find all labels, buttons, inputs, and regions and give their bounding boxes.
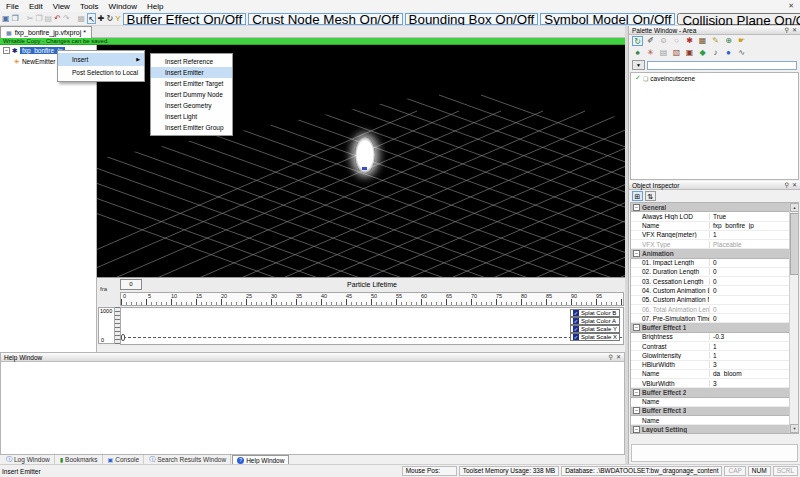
property-value[interactable]: fxp_bonfire_jp [709, 222, 789, 229]
chevron-down-icon[interactable]: ▼ [632, 60, 645, 70]
menu-item-insert-emitter-group[interactable]: Insert Emitter Group [151, 122, 232, 133]
pin-icon[interactable]: ⚲ [785, 181, 789, 189]
palette-filter-input[interactable] [647, 61, 797, 70]
tab-log-window[interactable]: ⓘ Log Window [2, 455, 55, 464]
placeable-icon[interactable]: ◆ [697, 48, 708, 58]
collapse-icon[interactable]: − [633, 407, 640, 414]
close-icon[interactable]: ✕ [792, 181, 797, 189]
menu-edit[interactable]: Edit [29, 2, 43, 11]
property-value[interactable]: 1 [709, 352, 789, 359]
select-arrow-icon[interactable]: ↖ [87, 13, 96, 24]
property-value[interactable]: True [709, 213, 789, 220]
save-all-icon[interactable]: ❐ [12, 13, 19, 24]
categorized-icon[interactable]: ⊞ [632, 191, 643, 201]
menu-window[interactable]: Window [109, 2, 137, 11]
music-icon[interactable]: ♪ [710, 48, 721, 58]
menu-item-insert-emitter[interactable]: Insert Emitter [151, 67, 232, 78]
close-icon[interactable]: ✕ [616, 353, 621, 361]
symbol-model-toggle[interactable]: Symbol Model On/Off [540, 13, 675, 25]
creature-icon[interactable]: ✱ [684, 36, 695, 46]
menu-file[interactable]: File [6, 2, 19, 11]
group-general[interactable]: −General [631, 203, 789, 212]
area-tool-icon[interactable]: ↻ [632, 36, 643, 46]
modify-icon[interactable]: ▦ [78, 13, 86, 24]
group-animation[interactable]: −Animation [631, 249, 789, 258]
close-icon[interactable]: ✕ [788, 2, 794, 10]
property-value[interactable]: 0 [709, 287, 789, 294]
property-value[interactable]: -0.3 [709, 333, 789, 340]
tab-search-results[interactable]: ⓘ Search Results Window [145, 455, 231, 464]
sort-az-icon[interactable]: ⇅ [645, 191, 656, 201]
copy-icon[interactable]: ❐ [35, 13, 42, 24]
tree-icon[interactable]: ♠ [632, 48, 643, 58]
checkbox-icon[interactable]: ✓ [573, 326, 579, 332]
tab-help-window[interactable]: ? Help Window [232, 455, 289, 464]
document-icon[interactable]: ▤ [658, 48, 669, 58]
collapse-icon[interactable]: − [633, 204, 640, 211]
property-value[interactable]: 3 [709, 380, 789, 387]
menu-item-insert-light[interactable]: Insert Light [151, 111, 232, 122]
timeline-ruler[interactable]: 0 5 10 15 20 25 30 35 40 45 50 55 60 65 … [120, 292, 624, 306]
property-value[interactable]: 1 [709, 343, 789, 350]
property-value[interactable]: 0 [709, 259, 789, 266]
value-curve-line[interactable] [123, 337, 622, 338]
scroll-up-icon[interactable]: ▲ [790, 203, 799, 212]
chest-icon[interactable]: ▦ [697, 36, 708, 46]
collapse-icon[interactable]: − [633, 426, 640, 433]
menu-item-insert[interactable]: Insert ▶ [58, 53, 144, 66]
undo-icon[interactable]: ↶ [54, 13, 61, 24]
property-value[interactable]: 3 [709, 361, 789, 368]
menu-help[interactable]: Help [147, 2, 163, 11]
speech-icon[interactable]: ○ [671, 36, 682, 46]
plant-icon[interactable]: ✳ [645, 48, 656, 58]
legend-splat-color-a[interactable]: ✓ Splat Color A [570, 317, 620, 325]
property-value[interactable]: 0 [709, 315, 789, 322]
bounding-box-toggle[interactable]: Bounding Box On/Off [405, 13, 539, 25]
collision-plane-toggle[interactable]: Collision Plane On/Off [677, 13, 800, 25]
hook-tool-icon[interactable]: ✐ [645, 36, 656, 46]
palette-list-item[interactable]: ✓ ❏ caveincutscene [631, 73, 798, 83]
checkbox-icon[interactable]: ✓ [573, 334, 579, 340]
curve-handle[interactable] [121, 334, 125, 341]
document-tab[interactable]: ▦ fxp_bonfire_jp.vfxproj * [0, 26, 92, 38]
globe-icon[interactable]: ⊕ [723, 36, 734, 46]
tab-bookmarks[interactable]: ▮ Bookmarks [56, 455, 103, 464]
timeline-graph[interactable]: ✓ Splat Color B ✓ Splat Color A ✓ Splat … [120, 307, 624, 345]
collapse-icon[interactable]: − [3, 47, 10, 54]
buffer-effect-toggle[interactable]: Buffer Effect On/Off [123, 13, 247, 25]
collapse-icon[interactable]: − [633, 389, 640, 396]
menu-item-post-selection[interactable]: Post Selection to Local [58, 66, 144, 79]
group-buffer-effect-1[interactable]: −Buffer Effect 1 [631, 323, 789, 332]
collapse-icon[interactable]: − [633, 324, 640, 331]
checkbox-icon[interactable]: ✓ [573, 310, 579, 316]
axis-icon[interactable]: Y [115, 13, 120, 24]
pin-icon[interactable]: ⚲ [785, 26, 789, 34]
group-buffer-effect-2[interactable]: −Buffer Effect 2 [631, 388, 789, 397]
pin-icon[interactable]: ⚲ [609, 353, 613, 361]
property-value[interactable]: 0 [709, 268, 789, 275]
collapse-icon[interactable]: − [633, 250, 640, 257]
property-grid-scrollbar[interactable]: ▲ ▼ [789, 203, 798, 433]
tree-emitter-label[interactable]: NewEmitter [22, 58, 56, 65]
person-icon[interactable]: ☺ [658, 36, 669, 46]
property-value[interactable]: da_bloom [709, 370, 789, 377]
tab-console[interactable]: ▣ Console [104, 455, 145, 464]
cut-icon[interactable]: ✂ [27, 13, 34, 24]
menu-item-insert-dummy-node[interactable]: Insert Dummy Node [151, 89, 232, 100]
group-buffer-effect-3[interactable]: −Buffer Effect 3 [631, 407, 789, 416]
scrollbar-thumb[interactable] [790, 213, 799, 275]
light-icon[interactable]: ● [723, 48, 734, 58]
menu-view[interactable]: View [53, 2, 70, 11]
checkbox-icon[interactable]: ✓ [573, 318, 579, 324]
menu-item-insert-emitter-target[interactable]: Insert Emitter Target [151, 78, 232, 89]
rotate-icon[interactable]: ↻ [107, 13, 114, 24]
menu-item-insert-geometry[interactable]: Insert Geometry [151, 100, 232, 111]
paste-icon[interactable]: ▤ [45, 13, 53, 24]
scroll-down-icon[interactable]: ▼ [790, 424, 799, 433]
property-value[interactable]: 0 [709, 278, 789, 285]
menu-item-insert-reference-model[interactable]: Insert Reference Model [151, 56, 232, 67]
legend-splat-color-b[interactable]: ✓ Splat Color B [570, 309, 620, 317]
property-value[interactable]: 1 [709, 231, 789, 238]
trigger-icon[interactable]: ∿ [736, 48, 747, 58]
crust-node-mesh-toggle[interactable]: Crust Node Mesh On/Off [248, 13, 402, 25]
